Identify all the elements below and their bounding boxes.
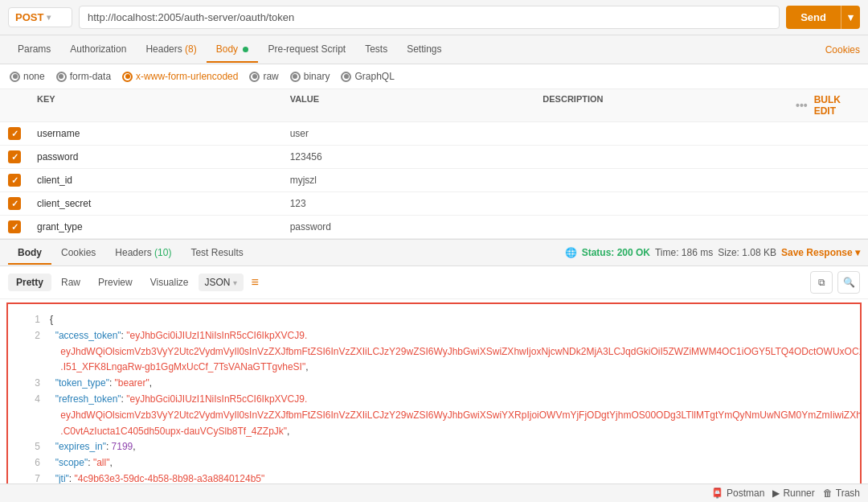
col-description: DESCRIPTION [542, 94, 796, 117]
nav-tabs: Params Authorization Headers (8) Body Pr… [0, 35, 868, 64]
json-line: 2 "access_token": "eyJhbGci0iJIUzI1NiIsI… [19, 328, 849, 376]
row-checkbox-2[interactable] [8, 174, 21, 187]
tab-body[interactable]: Body [207, 37, 259, 63]
table-row: grant_type password [0, 216, 868, 239]
row-key-2: client_id [37, 175, 290, 186]
send-dropdown-arrow[interactable]: ▾ [841, 6, 860, 29]
response-size: Size: 1.08 KB [718, 247, 776, 258]
table-row: client_secret 123 [0, 192, 868, 216]
runner-icon: ▶ [772, 488, 780, 499]
runner-button[interactable]: ▶ Runner [772, 488, 814, 499]
postman-button[interactable]: 📮 Postman [711, 488, 764, 499]
response-tab-testresults[interactable]: Test Results [181, 242, 252, 265]
status-ok: Status: 200 OK [582, 247, 650, 258]
table-options-icon[interactable]: ••• [796, 99, 808, 112]
globe-icon: 🌐 [565, 247, 577, 258]
method-select[interactable]: POST ▾ [8, 7, 72, 27]
table-header: KEY VALUE DESCRIPTION ••• Bulk Edit [0, 89, 868, 122]
radio-formdata [56, 72, 67, 82]
copy-icon[interactable]: ⧉ [810, 271, 833, 294]
response-status-info: 🌐 Status: 200 OK Time: 186 ms Size: 1.08… [565, 247, 860, 258]
table-body: username user password 123456 client_id … [0, 122, 868, 239]
cookies-link[interactable]: Cookies [825, 44, 860, 56]
row-value-3: 123 [290, 198, 543, 209]
radio-urlencoded [122, 72, 133, 82]
json-line: 1{ [19, 312, 849, 328]
row-value-2: myjszl [290, 175, 543, 186]
radio-graphql [341, 72, 351, 82]
tab-headers[interactable]: Headers (8) [136, 37, 206, 63]
response-tab-body[interactable]: Body [8, 242, 51, 265]
top-bar: POST ▾ http://localhost:2005/auth-server… [0, 0, 868, 35]
bulk-edit-button[interactable]: Bulk Edit [814, 94, 860, 117]
col-key: KEY [37, 94, 290, 117]
json-line: 4 "refresh_token": "eyJhbGci0iJIUzI1NiIs… [19, 392, 849, 439]
send-button[interactable]: Send ▾ [786, 6, 860, 29]
body-type-formdata[interactable]: form-data [56, 71, 111, 82]
method-label: POST [15, 11, 43, 23]
table-row: client_id myjszl [0, 169, 868, 192]
fmt-pretty[interactable]: Pretty [8, 274, 51, 291]
bottom-toolbar: 📮 Postman ▶ Runner 🗑 Trash [0, 483, 868, 502]
tab-tests[interactable]: Tests [355, 37, 397, 63]
body-type-binary[interactable]: binary [290, 71, 330, 82]
response-time: Time: 186 ms [655, 247, 713, 258]
body-type-raw[interactable]: raw [249, 71, 278, 82]
body-type-selector: none form-data x-www-form-urlencoded raw… [0, 64, 868, 89]
format-tabs: Pretty Raw Preview Visualize JSON ▾ ≡ ⧉ … [0, 266, 868, 299]
method-chevron: ▾ [47, 13, 51, 22]
response-tab-cookies[interactable]: Cookies [51, 242, 105, 265]
row-checkbox-3[interactable] [8, 197, 21, 210]
json-line: 6 "scope": "all", [19, 455, 849, 471]
response-tabs: Body Cookies Headers (10) Test Results 🌐… [0, 239, 868, 266]
body-type-none[interactable]: none [10, 71, 45, 82]
response-action-icons: ⧉ 🔍 [810, 271, 860, 294]
json-line: 5 "expires_in": 7199, [19, 439, 849, 455]
response-body: 1{2 "access_token": "eyJhbGci0iJIUzI1NiI… [6, 302, 862, 502]
fmt-preview[interactable]: Preview [90, 274, 141, 291]
row-checkbox-4[interactable] [8, 220, 21, 233]
body-type-graphql[interactable]: GraphQL [341, 71, 394, 82]
tab-prerequest[interactable]: Pre-request Script [258, 37, 355, 63]
wrap-icon[interactable]: ≡ [252, 275, 259, 290]
search-icon[interactable]: 🔍 [837, 271, 860, 294]
trash-button[interactable]: 🗑 Trash [823, 488, 860, 499]
postman-icon: 📮 [711, 488, 723, 499]
table-row: password 123456 [0, 146, 868, 169]
body-type-urlencoded[interactable]: x-www-form-urlencoded [122, 71, 238, 82]
row-key-3: client_secret [37, 198, 290, 209]
radio-binary [290, 72, 301, 82]
trash-icon: 🗑 [823, 488, 833, 499]
radio-none [10, 72, 20, 82]
row-key-1: password [37, 151, 290, 163]
fmt-raw[interactable]: Raw [53, 274, 88, 291]
json-line: 3 "token_type": "bearer", [19, 376, 849, 392]
row-checkbox-1[interactable] [8, 150, 21, 163]
response-tab-headers[interactable]: Headers (10) [105, 242, 181, 265]
save-response-button[interactable]: Save Response ▾ [781, 247, 860, 258]
table-row: username user [0, 122, 868, 146]
row-value-0: user [290, 128, 543, 139]
row-key-4: grant_type [37, 221, 290, 232]
format-type-select[interactable]: JSON ▾ [199, 274, 244, 291]
row-checkbox-0[interactable] [8, 127, 21, 140]
radio-raw [249, 72, 260, 82]
url-input[interactable]: http://localhost:2005/auth-server/oauth/… [79, 6, 780, 29]
send-label: Send [786, 6, 841, 29]
col-value: VALUE [290, 94, 543, 117]
fmt-visualize[interactable]: Visualize [142, 274, 197, 291]
row-value-4: password [290, 221, 543, 232]
tab-params[interactable]: Params [8, 37, 60, 63]
tab-authorization[interactable]: Authorization [60, 37, 136, 63]
tab-settings[interactable]: Settings [397, 37, 451, 63]
row-value-1: 123456 [290, 151, 543, 163]
row-key-0: username [37, 128, 290, 139]
